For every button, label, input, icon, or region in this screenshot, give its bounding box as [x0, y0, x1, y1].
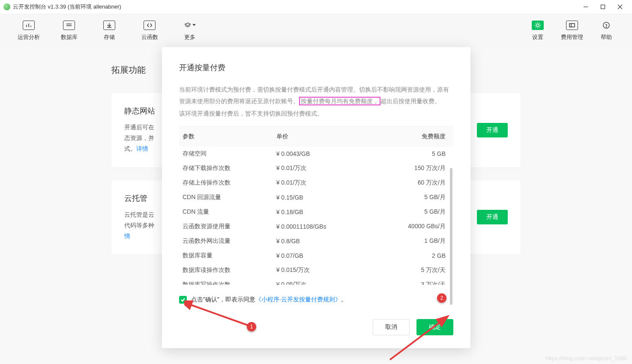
nav-billing[interactable]: 费用管理: [555, 21, 589, 41]
confirm-button[interactable]: 确定: [416, 319, 453, 335]
nav-database[interactable]: 数据库: [49, 21, 89, 41]
cell-param: 存储上传操作次数: [179, 176, 273, 190]
cell-price: ¥ 0.01/万次: [273, 176, 370, 190]
scrollbar[interactable]: [450, 168, 452, 322]
maximize-button[interactable]: [594, 0, 611, 14]
cell-quota: 5 GB: [370, 146, 453, 161]
nav-label: 运营分析: [9, 33, 49, 41]
cell-quota: 5 万次/天: [370, 263, 453, 277]
svg-rect-1: [601, 5, 605, 9]
nav-analytics[interactable]: 运营分析: [9, 21, 49, 41]
card-desc: 云托管是云 供了丰富 代码等多种 无需编 情: [124, 209, 154, 242]
annotation-pill-2: 2: [437, 293, 446, 303]
storage-icon: [103, 21, 115, 30]
cell-param: 存储下载操作次数: [179, 161, 273, 176]
help-icon: [600, 21, 612, 30]
cell-quota: 3 万次/天: [370, 277, 453, 285]
rules-link[interactable]: 《小程序·云开发按量付费规则》: [255, 296, 341, 304]
cell-param: 云函数外网出流量: [179, 234, 273, 248]
modal-actions: 取消 确定: [179, 319, 453, 335]
consent-row: 点击"确认"，即表示同意 《小程序·云开发按量付费规则》 。: [179, 296, 453, 304]
cell-quota: 5 GB/月: [370, 205, 453, 219]
consent-checkbox[interactable]: [179, 296, 187, 304]
open-button[interactable]: 开通: [477, 123, 508, 137]
nav-label: 存储: [89, 33, 129, 41]
minimize-button[interactable]: [577, 0, 594, 14]
cell-price: ¥ 0.01/万次: [273, 161, 370, 176]
table-row: 存储下载操作次数¥ 0.01/万次150 万次/月: [179, 161, 453, 176]
nav-more[interactable]: 更多: [170, 21, 210, 41]
table-row: 数据库写操作次数¥ 0.05/万次3 万次/天: [179, 277, 453, 285]
details-link[interactable]: 情: [124, 233, 130, 239]
pricing-table: 参数 单价 免费额度 存储空间¥ 0.0043/GB5 GB存储下载操作次数¥ …: [179, 127, 453, 285]
col-param: 参数: [179, 127, 273, 146]
pricing-table-wrap[interactable]: 参数 单价 免费额度 存储空间¥ 0.0043/GB5 GB存储下载操作次数¥ …: [179, 126, 453, 285]
col-price: 单价: [273, 127, 370, 146]
chevron-down-icon: [192, 24, 196, 26]
table-row: 数据库容量¥ 0.07/GB2 GB: [179, 248, 453, 263]
table-row: 云函数外网出流量¥ 0.8/GB1 GB/月: [179, 234, 453, 248]
modal-enable-pay-as-you-go: 开通按量付费 当前环境计费模式为预付费，需切换按量付费模式后开通内容管理。切换后…: [162, 47, 470, 348]
nav-label: 更多: [170, 33, 210, 41]
titlebar: 云开发控制台 v1.3.39 (当前环境 allenabner): [0, 0, 632, 14]
open-button[interactable]: 开通: [477, 210, 508, 224]
top-nav: 运营分析 数据库 存储 云函数 更多 设置 费用管理 帮助: [0, 14, 632, 47]
nav-label: 设置: [521, 33, 555, 41]
details-link[interactable]: 详情: [136, 145, 148, 152]
modal-title: 开通按量付费: [179, 63, 453, 73]
cell-price: ¥ 0.015/万次: [273, 263, 370, 277]
cell-quota: 60 万次/月: [370, 176, 453, 190]
nav-label: 帮助: [589, 33, 623, 41]
modal-description: 当前环境计费模式为预付费，需切换按量付费模式后开通内容管理。切换后不影响现网资源…: [179, 84, 453, 107]
table-row: CDN 回源流量¥ 0.15/GB5 GB/月: [179, 190, 453, 205]
cell-param: CDN 流量: [179, 205, 273, 219]
app-logo-icon: [3, 3, 10, 10]
svg-point-16: [606, 27, 606, 27]
card-title: 云托管: [124, 193, 154, 203]
close-button[interactable]: [611, 0, 629, 14]
cell-price: ¥ 0.18/GB: [273, 205, 370, 219]
svg-point-12: [536, 24, 539, 27]
cell-param: 数据库容量: [179, 248, 273, 263]
function-icon: [144, 21, 156, 30]
nav-label: 云函数: [129, 33, 170, 41]
consent-text: 点击"确认"，即表示同意: [191, 296, 255, 304]
cell-param: 数据库读操作次数: [179, 263, 273, 277]
cell-param: 云函数资源使用量: [179, 219, 273, 234]
cell-price: ¥ 0.00011108/GBs: [273, 219, 370, 234]
window-title: 云开发控制台 v1.3.39 (当前环境 allenabner): [13, 3, 121, 11]
cell-price: ¥ 0.05/万次: [273, 277, 370, 285]
cell-price: ¥ 0.0043/GB: [273, 146, 370, 161]
nav-storage[interactable]: 存储: [89, 21, 129, 41]
table-row: 数据库读操作次数¥ 0.015/万次5 万次/天: [179, 263, 453, 277]
cell-quota: 150 万次/月: [370, 161, 453, 176]
cell-price: ¥ 0.15/GB: [273, 190, 370, 205]
cell-param: 存储空间: [179, 146, 273, 161]
cell-price: ¥ 0.8/GB: [273, 234, 370, 248]
cell-param: CDN 回源流量: [179, 190, 273, 205]
nav-settings[interactable]: 设置: [521, 21, 555, 41]
cell-price: ¥ 0.07/GB: [273, 248, 370, 263]
svg-marker-11: [185, 23, 190, 25]
col-quota: 免费额度: [370, 127, 453, 146]
cell-quota: 1 GB/月: [370, 234, 453, 248]
annotation-pill-1: 1: [247, 322, 256, 331]
cell-quota: 2 GB: [370, 248, 453, 263]
nav-functions[interactable]: 云函数: [129, 21, 170, 41]
svg-rect-13: [569, 24, 575, 27]
billing-icon: [566, 21, 578, 30]
table-row: CDN 流量¥ 0.18/GB5 GB/月: [179, 205, 453, 219]
database-icon: [63, 21, 75, 30]
layers-icon: [184, 21, 196, 30]
bar-chart-icon: [23, 21, 35, 30]
cell-quota: 5 GB/月: [370, 190, 453, 205]
watermark: https://blog.csdn.net/qiushi_1990: [545, 355, 627, 361]
nav-label: 数据库: [49, 33, 89, 41]
gear-icon: [532, 21, 544, 30]
cancel-button[interactable]: 取消: [373, 319, 410, 335]
cell-param: 数据库写操作次数: [179, 277, 273, 285]
card-desc: 开通后可在 资源共享 态资源，并 式。详情: [124, 122, 155, 155]
modal-note: 该环境开通按量付费后，暂不支持切换回预付费模式。: [179, 110, 453, 118]
table-row: 存储空间¥ 0.0043/GB5 GB: [179, 146, 453, 161]
nav-help[interactable]: 帮助: [589, 21, 623, 41]
